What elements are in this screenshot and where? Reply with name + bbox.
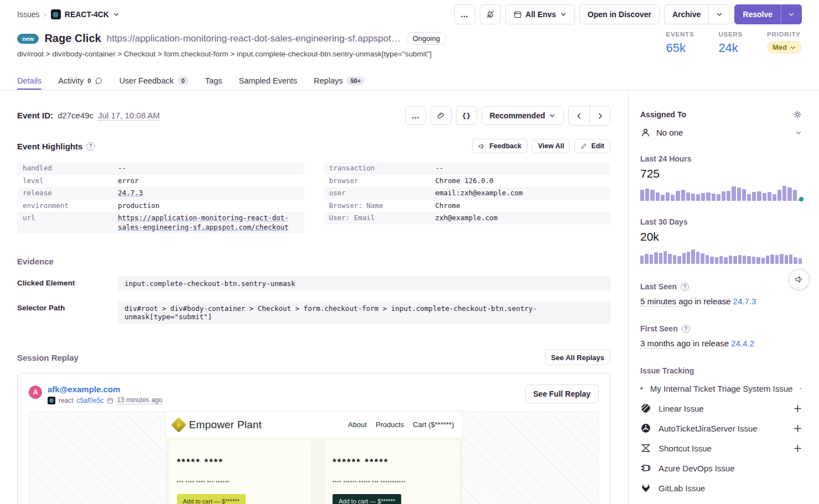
replay-preview[interactable]: Empower Plant About Products Cart ($****… [29, 411, 599, 504]
replayed-add-to-cart-button: Add to cart — $****** [333, 494, 401, 504]
resolve-button[interactable]: Resolve [734, 4, 781, 24]
event-sort-dropdown[interactable]: Recommended [481, 106, 564, 125]
priority-stat-label: PRIORITY [767, 31, 802, 38]
event-header-row: Event ID: d27ce49c Jul 17, 10:08 AM … {}… [17, 106, 610, 126]
resolve-dropdown-button[interactable] [781, 4, 802, 24]
table-row: handled-- [17, 162, 304, 175]
feedback-button[interactable]: Feedback [472, 139, 527, 153]
view-all-button[interactable]: View All [532, 139, 570, 153]
issue-tracking-label: Azure DevOps Issue [659, 464, 802, 473]
tab-details[interactable]: Details [17, 71, 42, 90]
more-actions-button[interactable]: … [454, 4, 475, 24]
event-json-button[interactable]: {} [456, 106, 477, 125]
first-seen-time[interactable]: 3 months ago [640, 339, 691, 349]
tab-replays-label: Replays [314, 76, 343, 85]
person-icon [640, 127, 651, 138]
environment-filter-button[interactable]: All Envs [505, 4, 575, 24]
issue-tracking-list: My Internal Ticket Triage System Issue L… [640, 378, 802, 504]
last-seen-release-link[interactable]: 24.7.3 [733, 297, 756, 306]
new-badge: new [17, 34, 39, 44]
assignee-name: No one [656, 128, 790, 137]
issue-tracking-item-autoticket-jiraserver[interactable]: AutoTicketJiraServer Issue [640, 418, 802, 438]
top-bar: Issues › REACT-4CK … All Envs Open in Di… [17, 4, 802, 24]
plus-icon[interactable] [800, 385, 802, 393]
last-30-days-heading: Last 30 Days [640, 217, 802, 226]
kv-value: Chrome [436, 201, 605, 211]
edit-highlights-button[interactable]: Edit [574, 139, 610, 153]
replay-user-email-link[interactable]: afk@example.com [48, 385, 162, 394]
see-all-replays-button[interactable]: See All Replays [545, 350, 610, 365]
selector-path-value: div#root > div#body-container > Checkout… [118, 301, 610, 324]
replayed-product-title: ****** ***** [333, 457, 452, 468]
open-in-discover-button[interactable]: Open in Discover [579, 4, 660, 24]
project-name: REACT-4CK [65, 10, 109, 19]
tab-replays[interactable]: Replays 50+ [314, 71, 365, 90]
table-row: browserChrome 126.0.0 [324, 175, 611, 188]
issue-tracking-item-jira[interactable]: Jira Issue [640, 498, 802, 504]
megaphone-icon [795, 275, 804, 284]
archive-dropdown-button[interactable] [709, 4, 730, 24]
see-full-replay-button[interactable]: See Full Replay [525, 385, 599, 403]
kv-key: User: Email [329, 214, 436, 223]
users-stat-value[interactable]: 24k [718, 41, 743, 55]
plus-icon[interactable] [794, 404, 802, 413]
previous-event-button[interactable] [569, 106, 589, 125]
floating-feedback-button[interactable] [789, 269, 810, 290]
kv-value: -- [118, 164, 299, 173]
tab-sampled-events[interactable]: Sampled Events [239, 71, 297, 90]
url-link[interactable]: https://application-monitoring-react-dot… [118, 214, 299, 232]
replay-time-ago[interactable]: 13 minutes ago [117, 396, 162, 404]
event-more-button[interactable]: … [405, 106, 426, 125]
environment-filter-label: All Envs [526, 10, 556, 19]
chevron-down-icon [716, 11, 723, 18]
kv-key: level [23, 176, 118, 186]
issue-tracking-item-azure-devops[interactable]: Azure DevOps Issue [640, 458, 802, 478]
replay-card: A afk@example.com react c5af0e5c 13 minu… [17, 373, 610, 504]
kv-value: error [118, 176, 299, 186]
help-icon[interactable]: ? [86, 142, 95, 150]
megaphone-icon [478, 143, 485, 150]
gear-icon[interactable] [793, 110, 802, 119]
selector-path-label: Selector Path [17, 301, 118, 312]
replay-id-link[interactable]: c5af0e5c [77, 397, 104, 404]
breadcrumb: Issues › REACT-4CK [17, 9, 120, 19]
next-event-button[interactable] [589, 106, 610, 125]
event-timestamp[interactable]: Jul 17, 10:08 AM [98, 111, 160, 121]
last-seen-time[interactable]: 5 minutes ago [640, 297, 692, 306]
event-attachments-button[interactable] [431, 106, 452, 125]
braces-icon: {} [462, 112, 471, 120]
mute-notifications-button[interactable] [480, 4, 501, 24]
events-stat-value[interactable]: 65k [666, 41, 694, 55]
event-highlights-title: Event Highlights [17, 142, 82, 151]
tab-tags[interactable]: Tags [205, 71, 222, 90]
issue-tracking-item-linear[interactable]: Linear Issue [640, 398, 802, 418]
event-nav-group [568, 106, 610, 126]
chevron-right-icon [597, 112, 604, 119]
archive-button[interactable]: Archive [664, 4, 709, 24]
project-selector[interactable]: REACT-4CK [51, 9, 120, 19]
replayed-site-brand: Empower Plant [173, 419, 262, 431]
assignee-dropdown[interactable]: No one [640, 127, 802, 138]
first-seen-release-link[interactable]: 24.4.2 [731, 339, 754, 348]
event-highlights-title-group: Event Highlights ? [17, 142, 95, 151]
breadcrumb-issues-link[interactable]: Issues [17, 10, 39, 19]
plus-icon[interactable] [794, 444, 802, 453]
issue-tracking-item-gitlab[interactable]: GitLab Issue [640, 478, 802, 498]
release-link[interactable]: 24.7.3 [118, 189, 299, 198]
replayed-site-nav: About Products Cart ($******) [348, 420, 454, 429]
kv-value: email:zxh@example.com [436, 189, 605, 198]
chevron-down-icon [549, 112, 556, 119]
tab-user-feedback[interactable]: User Feedback 0 [119, 71, 188, 90]
help-icon[interactable]: ? [682, 325, 690, 333]
issue-tracking-item-internal-triage[interactable]: My Internal Ticket Triage System Issue [640, 378, 802, 398]
plus-icon[interactable] [794, 424, 802, 433]
replayed-add-to-cart-button: Add to cart — $****** [177, 494, 246, 504]
help-icon[interactable]: ? [681, 283, 689, 291]
edit-label: Edit [591, 142, 604, 150]
chevron-down-icon [795, 129, 802, 136]
tab-activity[interactable]: Activity 0 [58, 71, 102, 90]
archive-label: Archive [672, 10, 701, 19]
issue-tracking-item-shortcut[interactable]: Shortcut Issue [640, 438, 802, 458]
priority-dropdown[interactable]: Med [767, 41, 802, 54]
kv-value: Chrome 126.0.0 [436, 176, 605, 186]
